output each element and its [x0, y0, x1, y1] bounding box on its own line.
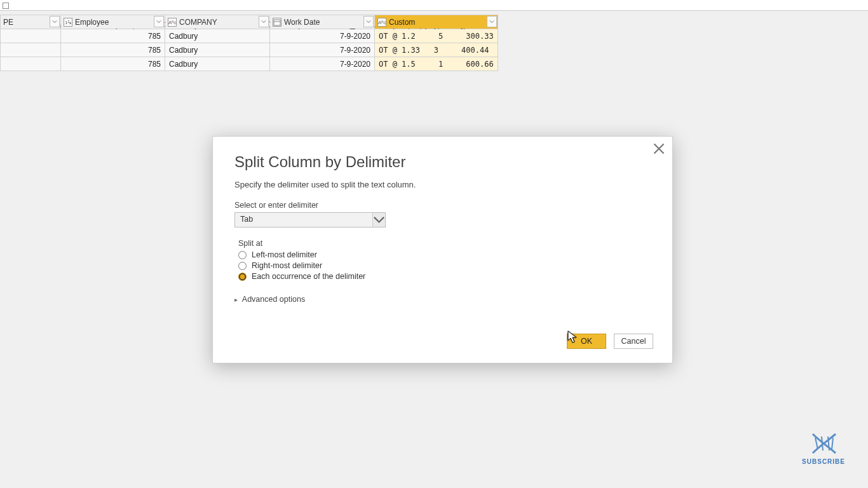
delimiter-label: Select or enter delimiter: [234, 201, 651, 210]
dialog-title: Split Column by Delimiter: [234, 153, 651, 171]
split-at-group: Split at Left-most delimiterRight-most d…: [234, 239, 651, 281]
split-radio-0[interactable]: Left-most delimiter: [234, 250, 651, 259]
modal-overlay: Split Column by Delimiter Specify the de…: [0, 0, 868, 488]
split-radio-1[interactable]: Right-most delimiter: [234, 261, 651, 270]
radio-input[interactable]: [238, 262, 247, 270]
delimiter-select[interactable]: Tab: [234, 212, 386, 227]
dialog-buttons: OK Cancel: [567, 334, 653, 349]
chevron-down-icon: [372, 213, 385, 227]
split-column-dialog: Split Column by Delimiter Specify the de…: [212, 136, 673, 363]
radio-label: Each occurrence of the delimiter: [252, 272, 365, 281]
split-at-label: Split at: [238, 239, 651, 248]
radio-label: Right-most delimiter: [252, 261, 322, 270]
radio-label: Left-most delimiter: [252, 250, 317, 259]
subscribe-label: SUBSCRIBE: [802, 458, 845, 465]
svg-line-5: [832, 438, 833, 449]
cancel-button[interactable]: Cancel: [614, 334, 653, 349]
split-radio-2[interactable]: Each occurrence of the delimiter: [234, 272, 651, 281]
dna-icon: [809, 431, 838, 456]
radio-input[interactable]: [238, 273, 247, 281]
close-icon[interactable]: [653, 143, 665, 154]
radio-input[interactable]: [238, 251, 247, 259]
dialog-description: Specify the delimiter used to split the …: [234, 180, 651, 189]
subscribe-watermark: SUBSCRIBE: [802, 431, 845, 465]
delimiter-value: Tab: [235, 213, 258, 226]
ok-button[interactable]: OK: [567, 334, 606, 349]
svg-line-3: [822, 437, 823, 451]
advanced-options-toggle[interactable]: Advanced options: [234, 295, 651, 304]
